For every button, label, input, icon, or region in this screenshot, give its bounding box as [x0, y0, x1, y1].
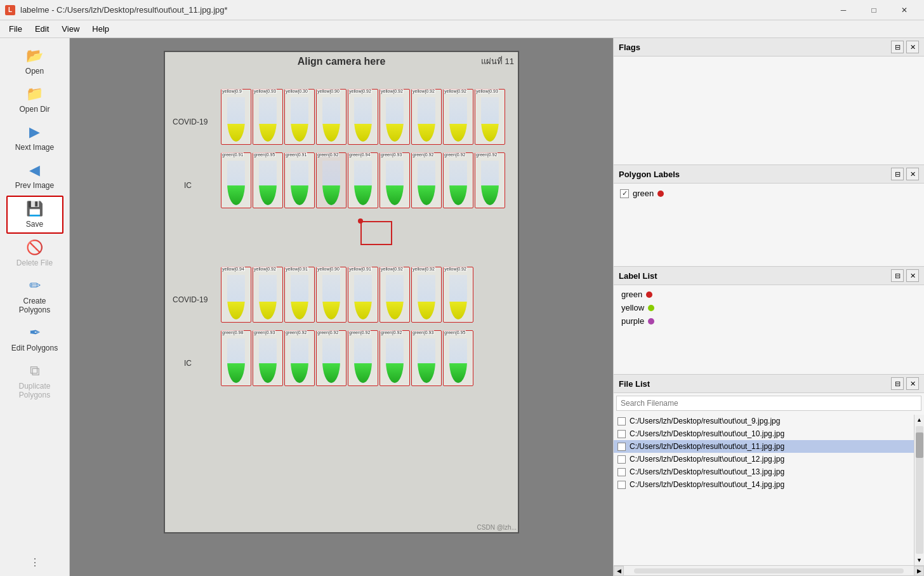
scroll-up-arrow[interactable]: ▲: [914, 415, 924, 425]
tube-box: green|0.92: [348, 330, 378, 386]
file-item-13[interactable]: C:/Users/lzh/Desktop/result\out\out_13.j…: [614, 465, 914, 478]
label-green-text: green: [621, 290, 642, 299]
tube-box: green|0.92: [411, 152, 442, 208]
tube-box: green|0.91: [221, 152, 251, 208]
flags-close-button[interactable]: ✕: [906, 41, 919, 53]
polygon-labels-content: green: [614, 184, 924, 209]
duplicate-icon: ⧉: [30, 363, 40, 379]
poly-label-text: green: [633, 189, 654, 198]
next-image-button[interactable]: ▶ Next Image: [6, 119, 63, 156]
open-dir-button[interactable]: 📁 Open Dir: [6, 81, 63, 118]
next-image-label: Next Image: [15, 143, 54, 152]
canvas-area[interactable]: Align camera here แผ่นที่ 11 COVID-19 ye…: [70, 38, 613, 576]
flags-panel: Flags ⊟ ✕: [614, 38, 924, 165]
save-icon: 💾: [26, 201, 43, 217]
scroll-track: [916, 426, 923, 554]
tube-box: green|0.93: [253, 330, 283, 386]
file-list-close-button[interactable]: ✕: [906, 377, 919, 390]
file-path-13: C:/Users/lzh/Desktop/result\out\out_13.j…: [630, 467, 784, 476]
tube-box: green|0.92: [443, 152, 473, 208]
file-list-content: C:/Users/lzh/Desktop/result\out\out_9.jp…: [614, 415, 924, 565]
yellow-tube-row-bottom: yellow|0.94 yellow|0.92 yellow|0.91: [221, 267, 513, 323]
file-search-container: [614, 393, 924, 415]
file-list-float-button[interactable]: ⊟: [891, 377, 904, 390]
polygon-labels-float-button[interactable]: ⊟: [891, 168, 904, 180]
tube-box: yellow|0.92: [411, 267, 442, 323]
section-covid-top: COVID-19 yellow|0.9 yellow|0.93 yellow|0…: [170, 86, 513, 145]
maximize-button[interactable]: □: [859, 0, 888, 20]
open-dir-label: Open Dir: [19, 105, 50, 114]
edit-polygons-label: Edit Polygons: [11, 344, 58, 352]
menu-edit[interactable]: Edit: [29, 22, 55, 36]
polygon-labels-close-button[interactable]: ✕: [906, 168, 919, 180]
scroll-down-arrow[interactable]: ▼: [914, 555, 924, 565]
scroll-thumb[interactable]: [916, 432, 923, 458]
h-scroll-right[interactable]: ▶: [914, 566, 924, 576]
file-checkbox-9[interactable]: [617, 417, 626, 425]
file-item-9[interactable]: C:/Users/lzh/Desktop/result\out\out_9.jp…: [614, 415, 914, 427]
file-checkbox-10[interactable]: [617, 430, 626, 438]
label-list-close-button[interactable]: ✕: [906, 269, 919, 282]
next-icon: ▶: [29, 124, 40, 140]
file-path-11: C:/Users/lzh/Desktop/result\out\out_11.j…: [630, 442, 784, 451]
tube-box: yellow|0.94: [221, 267, 251, 323]
tube-box: yellow|0.9: [221, 89, 251, 145]
file-list-panel: File List ⊟ ✕ C:/Users/lzh/Desktop/resul…: [614, 375, 924, 576]
green-tube-row-bottom: green|0.98 green|0.93 green|0.92 gr: [221, 330, 513, 386]
tube-box: yellow|0.93: [475, 89, 505, 145]
delete-icon: 🚫: [26, 239, 43, 256]
file-checkbox-13[interactable]: [617, 468, 626, 476]
prev-image-button[interactable]: ◀ Prev Image: [6, 157, 63, 194]
file-checkbox-11[interactable]: [617, 443, 626, 451]
tube-box: yellow|0.93: [253, 89, 283, 145]
tube-box: green|0.95: [253, 152, 283, 208]
poly-label-checkbox[interactable]: [620, 189, 629, 198]
delete-file-label: Delete File: [16, 258, 53, 267]
minimize-button[interactable]: ─: [829, 0, 858, 20]
covid-label-top: COVID-19: [173, 117, 208, 126]
more-button[interactable]: ⋮: [27, 554, 43, 571]
tube-box: green|0.92: [316, 330, 346, 386]
file-item-12[interactable]: C:/Users/lzh/Desktop/result\out\out_12.j…: [614, 453, 914, 465]
save-button[interactable]: 💾 Save: [6, 196, 63, 234]
tube-box: yellow|0.92: [348, 89, 378, 145]
section-ic-bottom: IC green|0.98 green|0.93 green|0.92: [170, 327, 513, 386]
polygon-labels-panel: Polygon Labels ⊟ ✕ green: [614, 165, 924, 267]
menu-help[interactable]: Help: [86, 22, 116, 36]
label-list-content: green yellow purple: [614, 285, 924, 330]
window-controls: ─ □ ✕: [829, 0, 919, 20]
tube-box: green|0.95: [443, 330, 473, 386]
label-yellow-dot: [648, 305, 654, 311]
close-button[interactable]: ✕: [890, 0, 919, 20]
open-button[interactable]: 📂 Open: [6, 43, 63, 80]
file-item-14[interactable]: C:/Users/lzh/Desktop/result\out\out_14.j…: [614, 478, 914, 491]
menu-file[interactable]: File: [3, 22, 29, 36]
main-layout: 📂 Open 📁 Open Dir ▶ Next Image ◀ Prev Im…: [0, 38, 924, 576]
file-scrollbar[interactable]: ▲ ▼: [914, 415, 924, 565]
delete-file-button[interactable]: 🚫 Delete File: [6, 235, 63, 272]
duplicate-polygons-button[interactable]: ⧉ Duplicate Polygons: [6, 358, 63, 404]
ic-label-bottom: IC: [184, 359, 192, 368]
edit-polygons-button[interactable]: ✒ Edit Polygons: [6, 320, 63, 357]
yellow-tube-row-top: yellow|0.9 yellow|0.93 yellow|0.30: [221, 89, 513, 145]
left-toolbar: 📂 Open 📁 Open Dir ▶ Next Image ◀ Prev Im…: [0, 38, 70, 576]
label-yellow-text: yellow: [621, 303, 644, 312]
window-title: labelme - C:/Users/lzh/Desktop/result\ou…: [20, 5, 228, 15]
flags-float-button[interactable]: ⊟: [891, 41, 904, 53]
file-checkbox-12[interactable]: [617, 455, 626, 464]
h-scroll-left[interactable]: ◀: [614, 566, 624, 576]
label-list-float-button[interactable]: ⊟: [891, 269, 904, 282]
menu-view[interactable]: View: [55, 22, 86, 36]
file-item-11[interactable]: C:/Users/lzh/Desktop/result\out\out_11.j…: [614, 440, 914, 453]
flags-content: [614, 57, 924, 158]
tube-box: green|0.93: [380, 152, 410, 208]
tube-box: yellow|0.92: [443, 89, 473, 145]
create-polygons-button[interactable]: ✏ Create Polygons: [6, 273, 63, 319]
title-bar: L labelme - C:/Users/lzh/Desktop/result\…: [0, 0, 924, 20]
tube-box: yellow|0.90: [316, 267, 346, 323]
file-search-input[interactable]: [616, 396, 921, 411]
file-item-10[interactable]: C:/Users/lzh/Desktop/result\out\out_10.j…: [614, 427, 914, 440]
section-covid-bottom: COVID-19 yellow|0.94 yellow|0.92 yellow|…: [170, 264, 513, 323]
file-path-10: C:/Users/lzh/Desktop/result\out\out_10.j…: [630, 429, 784, 438]
file-checkbox-14[interactable]: [617, 481, 626, 489]
